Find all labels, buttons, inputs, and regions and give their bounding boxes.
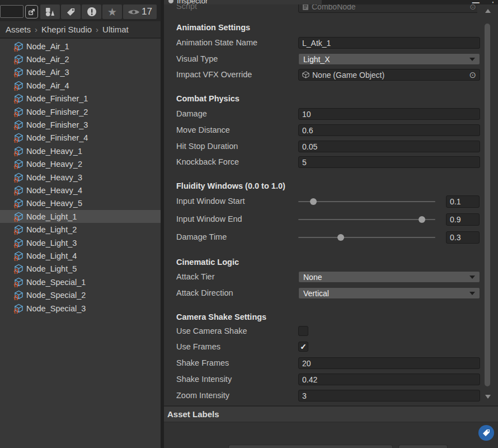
asset-bundle-dropdown[interactable] — [228, 445, 393, 448]
damage-time-slider[interactable] — [298, 237, 435, 238]
list-item[interactable]: {} Node_Finisher_1 — [0, 92, 161, 105]
field-row-shake-frames: Shake Frames — [164, 357, 480, 370]
filter-by-label-button[interactable] — [61, 4, 81, 19]
chevron-down-icon — [469, 276, 475, 279]
asset-name: Node_Heavy_3 — [26, 173, 82, 182]
visibility-count-button[interactable]: 17 — [123, 4, 157, 19]
use-camera-shake-checkbox[interactable] — [298, 326, 308, 336]
scroll-up-icon[interactable] — [485, 9, 491, 13]
asset-labels-body — [164, 423, 498, 448]
list-item[interactable]: {} Node_Finisher_2 — [0, 105, 161, 118]
list-item[interactable]: {} Node_Heavy_3 — [0, 171, 161, 184]
list-item[interactable]: {} Node_Light_1 — [0, 210, 161, 223]
list-item[interactable]: {} Node_Special_2 — [0, 288, 161, 301]
hit-stop-duration-input[interactable] — [302, 142, 476, 151]
input-window-start-slider[interactable] — [298, 201, 435, 202]
move-distance-input[interactable] — [302, 126, 476, 135]
impact-vfx-object-field[interactable]: None (Game Object) ⊙ — [298, 69, 480, 81]
script-value: ComboNode — [312, 4, 356, 11]
inspector-scrollbar[interactable] — [483, 6, 492, 400]
list-item[interactable]: {} Node_Air_2 — [0, 53, 161, 66]
asset-name: Node_Special_1 — [26, 278, 86, 287]
scriptable-object-icon: {} — [13, 54, 24, 64]
asset-name: Node_Heavy_4 — [26, 186, 82, 195]
object-picker-icon[interactable]: ⊙ — [469, 4, 476, 11]
slider-handle[interactable] — [337, 234, 344, 241]
search-input[interactable] — [0, 5, 24, 18]
attack-direction-dropdown[interactable]: Vertical — [298, 287, 480, 299]
slider-handle[interactable] — [419, 216, 425, 223]
list-item[interactable]: {} Node_Air_3 — [0, 66, 161, 79]
animation-state-name-field[interactable] — [298, 37, 480, 49]
scriptable-object-icon: {} — [13, 277, 24, 287]
list-item[interactable]: {} Node_Light_4 — [0, 249, 161, 262]
damage-time-value[interactable]: 0.3 — [446, 231, 480, 244]
input-window-start-value[interactable]: 0.1 — [446, 195, 480, 208]
list-item[interactable]: {} Node_Heavy_4 — [0, 184, 161, 197]
list-item[interactable]: {} Node_Light_5 — [0, 263, 161, 276]
list-item[interactable]: {} Node_Heavy_5 — [0, 197, 161, 210]
script-object-field[interactable]: ComboNode ⊙ — [298, 4, 477, 13]
damage-field[interactable] — [298, 108, 480, 120]
tab-inspector[interactable]: Inspector — [164, 0, 322, 4]
filter-by-type-button[interactable] — [40, 4, 60, 19]
asset-name: Node_Special_2 — [26, 291, 86, 300]
dropdown-value: Vertical — [303, 289, 329, 298]
list-item[interactable]: {} Node_Finisher_3 — [0, 118, 161, 131]
field-label: Input Window Start — [176, 197, 245, 206]
zoom-intensity-input[interactable] — [302, 391, 476, 400]
field-label: Input Window End — [176, 214, 242, 223]
shake-frames-field[interactable] — [298, 357, 480, 369]
scrollbar-thumb[interactable] — [485, 24, 490, 386]
hit-stop-duration-field[interactable] — [298, 141, 480, 152]
shake-intensity-input[interactable] — [302, 375, 476, 384]
popout-button[interactable] — [25, 5, 38, 18]
breadcrumb-khepri-studio[interactable]: Khepri Studio — [41, 25, 92, 34]
shake-frames-input[interactable] — [302, 359, 476, 368]
list-item[interactable]: {} Node_Light_2 — [0, 223, 161, 236]
asset-labels-header[interactable]: Asset Labels — [164, 405, 498, 422]
unity-editor-window: ★ 17 Assets › Khepri Studio › Ultimat — [0, 0, 498, 448]
breadcrumb-assets[interactable]: Assets — [6, 25, 31, 34]
shake-intensity-field[interactable] — [298, 374, 480, 385]
scroll-down-icon[interactable] — [485, 395, 491, 399]
object-field-value: None (Game Object) — [312, 71, 384, 80]
asset-name: Node_Light_5 — [26, 264, 77, 273]
svg-text:{}: {} — [14, 150, 18, 156]
field-row-use-camera-shake: Use Camera Shake — [164, 325, 480, 338]
damage-input[interactable] — [302, 110, 476, 119]
list-item[interactable]: {} Node_Heavy_2 — [0, 158, 161, 171]
zoom-intensity-field[interactable] — [298, 390, 480, 402]
breadcrumb-ultimate[interactable]: Ultimat — [102, 25, 129, 34]
hamburger-menu-icon[interactable]: ☰ — [471, 0, 480, 4]
kebab-menu-icon[interactable]: ⋮ — [488, 0, 497, 4]
knockback-force-field[interactable] — [298, 156, 480, 168]
section-camera-shake: Camera Shake Settings — [176, 312, 266, 321]
visual-type-dropdown[interactable]: Light_X — [298, 53, 480, 65]
list-item[interactable]: {} Node_Special_1 — [0, 276, 161, 288]
list-item[interactable]: {} Node_Heavy_1 — [0, 144, 161, 157]
input-window-end-value[interactable]: 0.9 — [446, 213, 480, 226]
use-frames-checkbox[interactable]: ✓ — [298, 342, 308, 352]
asset-name: Node_Air_4 — [26, 81, 69, 90]
list-item[interactable]: {} Node_Special_3 — [0, 302, 161, 315]
field-row-attack-direction: Attack Direction Vertical — [164, 287, 480, 300]
field-row-shake-intensity: Shake Intensity — [164, 374, 480, 386]
slider-handle[interactable] — [310, 198, 317, 205]
object-picker-icon[interactable]: ⊙ — [469, 71, 476, 79]
favorites-button[interactable]: ★ — [102, 4, 122, 19]
attack-tier-dropdown[interactable]: None — [298, 271, 480, 283]
add-label-button[interactable] — [478, 425, 494, 441]
field-label: Use Frames — [176, 342, 220, 351]
animation-state-name-input[interactable] — [302, 39, 476, 48]
asset-bundle-variant-dropdown[interactable] — [398, 445, 448, 448]
knockback-force-input[interactable] — [302, 158, 476, 167]
warnings-button[interactable] — [82, 4, 101, 19]
list-item[interactable]: {} Node_Light_3 — [0, 236, 161, 249]
move-distance-field[interactable] — [298, 124, 480, 136]
list-item[interactable]: {} Node_Finisher_4 — [0, 132, 161, 144]
chevron-right-icon: › — [35, 25, 37, 34]
list-item[interactable]: {} Node_Air_1 — [0, 40, 161, 53]
list-item[interactable]: {} Node_Air_4 — [0, 79, 161, 92]
input-window-end-slider[interactable] — [298, 219, 435, 220]
